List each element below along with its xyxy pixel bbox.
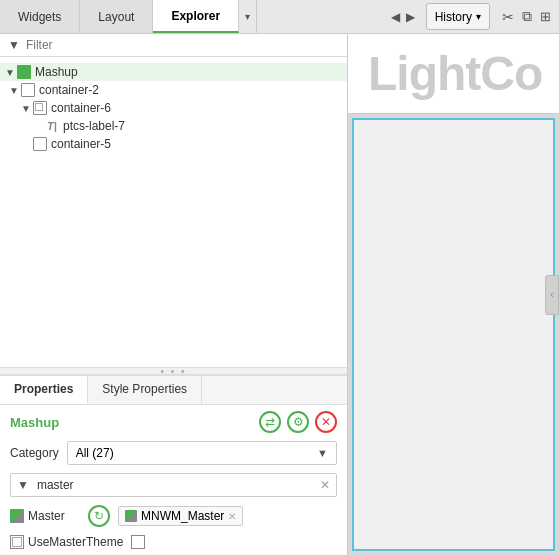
tab-properties[interactable]: Properties [0, 376, 88, 404]
expander-label-7: ▶ [32, 121, 44, 132]
chip-close-button[interactable]: ✕ [228, 511, 236, 522]
filter-input[interactable] [26, 38, 339, 52]
history-label: History [435, 10, 472, 24]
filter-master-icon: ▼ [11, 474, 35, 496]
canvas-header: LightCo [348, 34, 559, 114]
close-button[interactable]: ✕ [315, 411, 337, 433]
props-content: Mashup ⇄ ⚙ ✕ Categor [0, 405, 347, 555]
use-master-theme-label: UseMasterTheme [10, 535, 123, 549]
tree-label-container-2: container-2 [39, 83, 99, 97]
tab-style-properties[interactable]: Style Properties [88, 376, 202, 404]
history-button[interactable]: History ▾ [426, 3, 490, 30]
left-panel: ▼ ▼ Mashup ▼ container-2 ▼ [0, 34, 348, 555]
filter-bar: ▼ [0, 34, 347, 57]
tree-label-ptcs-label-7: ptcs-label-7 [63, 119, 125, 133]
tab-layout-label: Layout [98, 10, 134, 24]
mashup-icon [16, 65, 32, 79]
history-arrow-icon: ▾ [476, 11, 481, 22]
forward-icon[interactable]: ▶ [403, 10, 418, 24]
tab-explorer[interactable]: Explorer [153, 0, 239, 33]
expander-container-6[interactable]: ▼ [20, 103, 32, 114]
mashup-actions: ⇄ ⚙ ✕ [259, 411, 337, 433]
top-tab-bar: Widgets Layout Explorer ▾ ◀ ▶ History ▾ … [0, 0, 559, 34]
label-icon-7: T| [44, 119, 60, 133]
refresh-button[interactable]: ↻ [88, 505, 110, 527]
filter-master-text: master [35, 474, 314, 496]
right-panel: LightCo ‹ [348, 34, 559, 555]
share-button[interactable]: ⇄ [259, 411, 281, 433]
main-area: ▼ ▼ Mashup ▼ container-2 ▼ [0, 34, 559, 555]
filter-clear-button[interactable]: ✕ [314, 474, 336, 496]
use-master-theme-row: UseMasterTheme [10, 535, 337, 549]
panel-divider[interactable]: • • • [0, 367, 347, 375]
toolbar-icons: ✂ ⧉ ⊞ [494, 0, 559, 33]
tree-area: ▼ Mashup ▼ container-2 ▼ container-6 ▶ [0, 57, 347, 367]
tab-layout[interactable]: Layout [80, 0, 153, 33]
chip-icon [125, 510, 137, 522]
settings-icon: ⚙ [293, 415, 304, 429]
tree-label-mashup: Mashup [35, 65, 78, 79]
close-icon: ✕ [321, 415, 331, 429]
category-label: Category [10, 446, 59, 460]
tree-item-container-5[interactable]: ▶ container-5 [0, 135, 347, 153]
tree-item-container-6[interactable]: ▼ container-6 [0, 99, 347, 117]
refresh-icon: ↻ [94, 509, 104, 523]
tree-label-container-5: container-5 [51, 137, 111, 151]
paste-icon[interactable]: ⊞ [540, 9, 551, 24]
share-icon: ⇄ [265, 415, 275, 429]
master-value-chip: MNWM_Master ✕ [118, 506, 243, 526]
expander-container-2[interactable]: ▼ [8, 85, 20, 96]
container-icon-6 [32, 101, 48, 115]
container-icon-5 [32, 137, 48, 151]
tree-item-container-2[interactable]: ▼ container-2 [0, 81, 347, 99]
tab-style-properties-label: Style Properties [102, 382, 187, 396]
category-select[interactable]: All (27) ▼ [67, 441, 337, 465]
container-icon-2 [20, 83, 36, 97]
chevron-down-icon: ▾ [245, 11, 250, 22]
tab-explorer-label: Explorer [171, 9, 220, 23]
master-label: Master [10, 509, 80, 523]
tab-widgets-label: Widgets [18, 10, 61, 24]
canvas-title: LightCo [368, 46, 542, 101]
back-icon[interactable]: ◀ [388, 10, 403, 24]
mashup-row: Mashup ⇄ ⚙ ✕ [10, 411, 337, 433]
mashup-title: Mashup [10, 415, 59, 430]
tree-label-container-6: container-6 [51, 101, 111, 115]
props-tabs: Properties Style Properties [0, 376, 347, 405]
master-label-text: Master [28, 509, 65, 523]
canvas-area: LightCo [348, 34, 559, 555]
theme-icon [10, 535, 24, 549]
tab-overflow-dropdown[interactable]: ▾ [239, 0, 257, 33]
properties-panel: Properties Style Properties Mashup ⇄ ⚙ [0, 375, 347, 555]
filter-master-row: ▼ master ✕ [10, 473, 337, 497]
canvas-body[interactable] [352, 118, 555, 551]
expander-container-5: ▶ [20, 139, 32, 150]
category-row: Category All (27) ▼ [10, 441, 337, 465]
copy-icon[interactable]: ⧉ [522, 8, 532, 25]
filter-icon: ▼ [8, 38, 20, 52]
tree-item-ptcs-label-7[interactable]: ▶ T| ptcs-label-7 [0, 117, 347, 135]
select-arrow-icon: ▼ [317, 447, 328, 459]
settings-button[interactable]: ⚙ [287, 411, 309, 433]
use-master-theme-checkbox[interactable] [131, 535, 145, 549]
tree-item-mashup[interactable]: ▼ Mashup [0, 63, 347, 81]
master-row: Master ↻ MNWM_Master ✕ [10, 505, 337, 527]
tab-widgets[interactable]: Widgets [0, 0, 80, 33]
master-value-text: MNWM_Master [141, 509, 224, 523]
theme-label-text: UseMasterTheme [28, 535, 123, 549]
side-handle[interactable]: ‹ [545, 275, 559, 315]
master-icon [10, 509, 24, 523]
category-value: All (27) [76, 446, 114, 460]
tab-properties-label: Properties [14, 382, 73, 396]
expander-mashup[interactable]: ▼ [4, 67, 16, 78]
cut-icon[interactable]: ✂ [502, 9, 514, 25]
